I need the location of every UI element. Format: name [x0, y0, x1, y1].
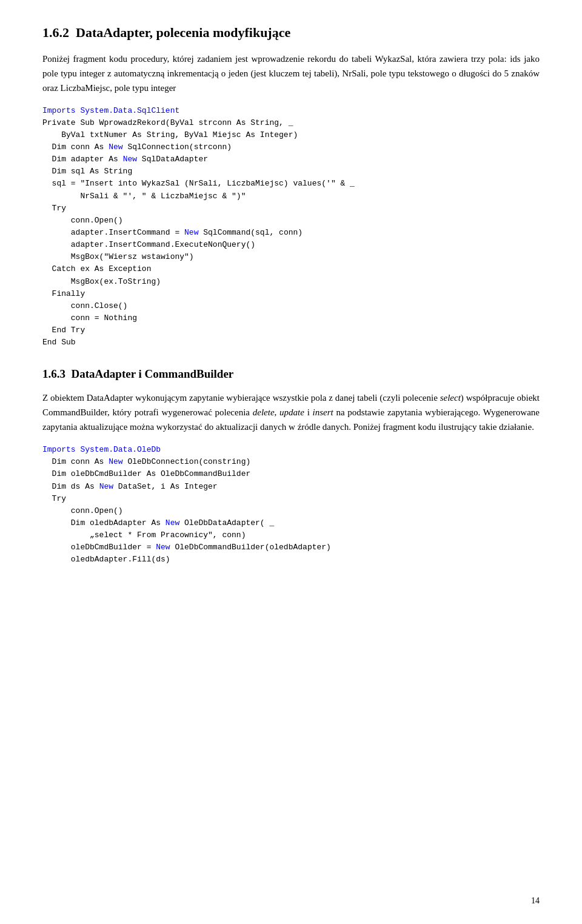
section2-intro: Z obiektem DataAdapter wykonującym zapyt…	[42, 390, 540, 434]
section-title-162: 1.6.2 DataAdapter, polecenia modyfikując…	[42, 24, 540, 42]
section-title-163: 1.6.3 DataAdapter i CommandBuilder	[42, 367, 540, 382]
code-block-2: Imports System.Data.OleDb Dim conn As Ne…	[42, 444, 540, 566]
intro-paragraph: Poniżej fragment kodu procedury, której …	[42, 52, 540, 95]
page-number: 14	[531, 896, 540, 906]
code-block-1: Imports System.Data.SqlClient Private Su…	[42, 105, 540, 349]
